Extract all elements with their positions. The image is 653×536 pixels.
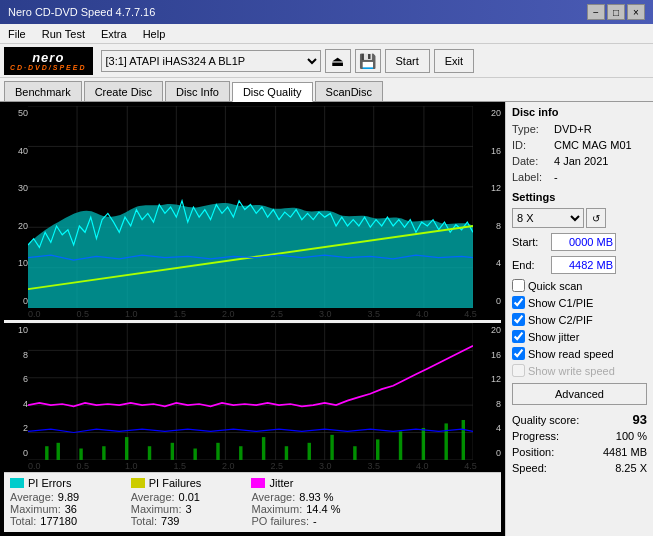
show-jitter-label: Show jitter [528,331,579,343]
bottom-chart-y-axis-left: 10 8 6 4 2 0 [4,323,28,460]
pi-failures-avg-value: 0.01 [179,491,229,503]
svg-rect-46 [376,439,379,460]
pi-errors-avg-value: 9.89 [58,491,108,503]
start-field-label: Start: [512,236,547,248]
pi-failures-color [131,478,145,488]
show-write-speed-row: Show write speed [512,364,647,377]
top-chart-y-axis-left: 50 40 30 20 10 0 [4,106,28,308]
tab-disc-info[interactable]: Disc Info [165,81,230,101]
svg-rect-40 [239,446,242,460]
pi-errors-max-label: Maximum: [10,503,61,515]
advanced-button[interactable]: Advanced [512,383,647,405]
top-chart-x-axis: 0.0 0.5 1.0 1.5 2.0 2.5 3.0 3.5 4.0 4.5 [4,308,501,320]
show-c2pif-checkbox[interactable] [512,313,525,326]
speed-select[interactable]: 8 X [512,208,584,228]
nero-brand-text: nero [32,51,64,64]
exit-button[interactable]: Exit [434,49,474,73]
minimize-button[interactable]: − [587,4,605,20]
pi-failures-max-label: Maximum: [131,503,182,515]
svg-rect-33 [79,449,82,460]
svg-rect-38 [193,449,196,460]
chart-area: 50 40 30 20 10 0 [0,102,505,536]
bottom-chart-canvas [28,323,473,460]
toolbar: nero CD·DVD/SPEED [3:1] ATAPI iHAS324 A … [0,44,653,78]
pi-errors-legend: PI Errors Average: 9.89 Maximum: 36 Tota… [10,477,115,528]
show-read-speed-checkbox[interactable] [512,347,525,360]
show-c2pif-row: Show C2/PIF [512,313,647,326]
position-value: 4481 MB [603,446,647,458]
menu-file[interactable]: File [4,28,30,40]
end-field-row: End: [512,256,647,274]
end-field-input[interactable] [551,256,616,274]
window-controls: − □ × [587,4,645,20]
po-failures-label: PO failures: [251,515,308,527]
top-chart: 50 40 30 20 10 0 [4,106,501,320]
close-button[interactable]: × [627,4,645,20]
show-c1pie-checkbox[interactable] [512,296,525,309]
progress-label: Progress: [512,430,559,442]
disc-type-row: Type: DVD+R [512,123,647,135]
cd-dvd-speed-text: CD·DVD/SPEED [10,64,87,71]
pi-errors-label: PI Errors [28,477,71,489]
refresh-button[interactable]: ↺ [586,208,606,228]
bottom-chart: 10 8 6 4 2 0 [4,323,501,472]
pi-failures-avg-label: Average: [131,491,175,503]
start-field-row: Start: [512,233,647,251]
nero-logo: nero CD·DVD/SPEED [4,47,93,75]
eject-button[interactable]: ⏏ [325,49,351,73]
svg-rect-48 [422,428,425,460]
legend-area: PI Errors Average: 9.89 Maximum: 36 Tota… [4,472,501,532]
title-bar: Nero CD-DVD Speed 4.7.7.16 − □ × [0,0,653,24]
bottom-chart-wrapper: 10 8 6 4 2 0 [4,323,501,460]
window-title: Nero CD-DVD Speed 4.7.7.16 [8,6,155,18]
bottom-chart-y-axis-right: 20 16 12 8 4 0 [473,323,501,460]
maximize-button[interactable]: □ [607,4,625,20]
svg-rect-41 [262,437,265,460]
svg-rect-47 [399,431,402,460]
jitter-max-value: 14.4 % [306,503,356,515]
show-write-speed-label: Show write speed [528,365,615,377]
menu-help[interactable]: Help [139,28,170,40]
jitter-color [251,478,265,488]
disc-label-value: - [554,171,558,183]
quick-scan-checkbox[interactable] [512,279,525,292]
show-c1pie-row: Show C1/PIE [512,296,647,309]
main-content: 50 40 30 20 10 0 [0,102,653,536]
tab-bar: Benchmark Create Disc Disc Info Disc Qua… [0,78,653,102]
speed-row-2: Speed: 8.25 X [512,462,647,474]
disc-type-label: Type: [512,123,552,135]
disc-label-row: Label: - [512,171,647,183]
tab-disc-quality[interactable]: Disc Quality [232,82,313,102]
tab-scan-disc[interactable]: ScanDisc [315,81,383,101]
tab-create-disc[interactable]: Create Disc [84,81,163,101]
start-button[interactable]: Start [385,49,430,73]
show-jitter-checkbox[interactable] [512,330,525,343]
disc-date-label: Date: [512,155,552,167]
tab-benchmark[interactable]: Benchmark [4,81,82,101]
quality-score-row: Quality score: 93 [512,412,647,427]
show-write-speed-checkbox [512,364,525,377]
top-chart-y-axis-right: 20 16 12 8 4 0 [473,106,501,308]
svg-rect-35 [125,437,128,460]
po-failures-value: - [313,515,363,527]
menu-run-test[interactable]: Run Test [38,28,89,40]
svg-rect-36 [148,446,151,460]
menu-extra[interactable]: Extra [97,28,131,40]
disc-label-label: Label: [512,171,552,183]
pi-errors-total-value: 177180 [40,515,90,527]
drive-select[interactable]: [3:1] ATAPI iHAS324 A BL1P [101,50,321,72]
pi-errors-avg-label: Average: [10,491,54,503]
save-button[interactable]: 💾 [355,49,381,73]
position-row: Position: 4481 MB [512,446,647,458]
jitter-label: Jitter [269,477,293,489]
quick-scan-row: Quick scan [512,279,647,292]
pi-errors-total-label: Total: [10,515,36,527]
progress-value: 100 % [616,430,647,442]
quality-score-value: 93 [633,412,647,427]
svg-rect-42 [285,446,288,460]
show-read-speed-label: Show read speed [528,348,614,360]
svg-rect-32 [57,443,60,460]
pi-errors-color [10,478,24,488]
start-field-input[interactable] [551,233,616,251]
jitter-avg-value: 8.93 % [299,491,349,503]
